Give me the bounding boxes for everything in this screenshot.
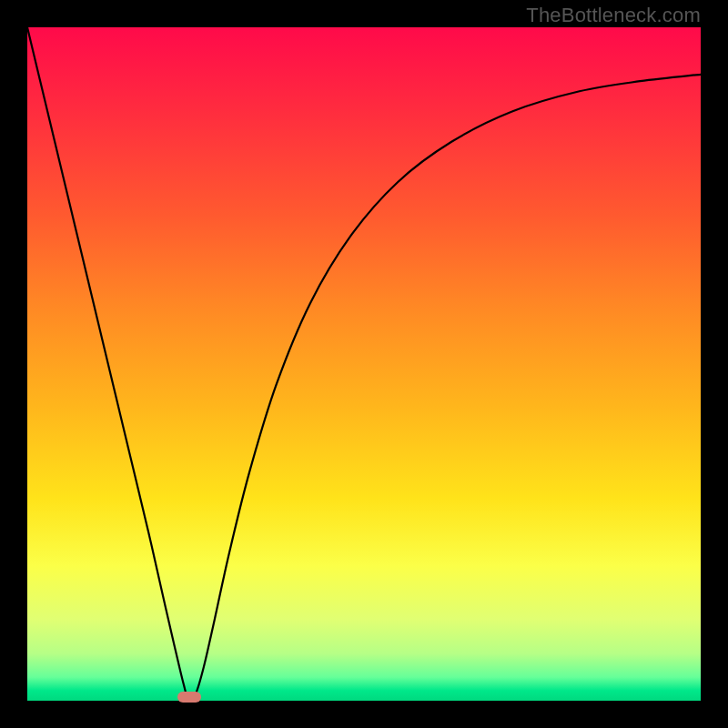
curve-layer [27,27,701,701]
plot-area [27,27,701,701]
bottleneck-curve [27,27,701,702]
watermark-text: TheBottleneck.com [526,4,701,27]
optimal-marker [177,692,201,703]
